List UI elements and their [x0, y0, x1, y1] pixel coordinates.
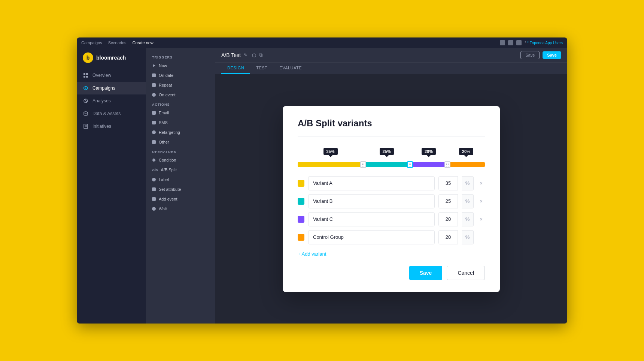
sidebar-item-initiatives[interactable]: Initiatives	[77, 120, 146, 133]
copy-icon[interactable]: ⧉	[259, 52, 262, 58]
data-assets-icon	[83, 111, 89, 117]
email-icon	[152, 111, 156, 115]
sidebar: b bloomreach Overview	[77, 48, 146, 324]
initiatives-icon	[83, 123, 89, 129]
variant-a-percent-input[interactable]	[438, 176, 458, 190]
dialog-overlay: A/B Split variants 35%	[215, 74, 567, 324]
settings-icon[interactable]	[516, 40, 522, 45]
sidebar-item-analyses[interactable]: Analyses	[77, 94, 146, 107]
tab-test[interactable]: TEST	[250, 63, 273, 74]
variant-b-name-input[interactable]	[308, 194, 435, 208]
svg-point-6	[84, 112, 88, 113]
bell-icon[interactable]	[508, 40, 513, 45]
panel-item-sms[interactable]: SMS	[146, 118, 215, 127]
control-group-percent-label: %	[462, 230, 474, 244]
split-segment-b: 25%	[363, 162, 410, 167]
dialog-title: A/B Split variants	[298, 118, 485, 129]
svg-rect-3	[86, 76, 88, 78]
top-bar: Campaigns Scenarios Create new * * Expon…	[77, 37, 567, 48]
save-primary-button[interactable]: Save	[543, 51, 561, 59]
app-body: b bloomreach Overview	[77, 48, 567, 324]
triggers-title: TRIGGERS	[146, 52, 215, 61]
set-attribute-icon	[152, 187, 156, 191]
variant-c-color	[298, 216, 304, 223]
dialog-divider	[298, 136, 485, 136]
label-icon	[152, 178, 156, 181]
control-group-percent-input[interactable]	[438, 230, 458, 244]
variant-b-percent-input[interactable]	[438, 194, 458, 208]
svg-point-4	[85, 88, 86, 89]
event-icon	[152, 93, 156, 97]
panel-item-email[interactable]: Email	[146, 108, 215, 118]
repeat-icon	[152, 83, 156, 87]
split-segment-c: 20%	[410, 162, 447, 167]
split-handle-3[interactable]	[444, 161, 450, 168]
panel-item-on-event[interactable]: On event	[146, 90, 215, 100]
panel-item-now[interactable]: Now	[146, 61, 215, 70]
sidebar-item-campaigns[interactable]: Campaigns	[77, 82, 146, 94]
variant-b-percent-label: %	[462, 194, 474, 208]
variant-b-remove[interactable]: ×	[477, 198, 485, 205]
panel-item-set-attribute[interactable]: Set attribute	[146, 184, 215, 194]
variant-b-color	[298, 198, 304, 205]
variant-c-name-input[interactable]	[308, 212, 435, 226]
variant-a-name-input[interactable]	[308, 176, 435, 190]
panel-item-on-date[interactable]: On date	[146, 70, 215, 80]
panel-item-retargeting[interactable]: Retargeting	[146, 127, 215, 137]
logo-icon: b	[83, 52, 93, 63]
variant-a-color	[298, 180, 304, 187]
svg-rect-2	[83, 76, 85, 78]
dialog-cancel-button[interactable]: Cancel	[447, 266, 485, 280]
split-handle-2[interactable]	[407, 161, 413, 168]
panel-item-label[interactable]: Label	[146, 175, 215, 184]
tab-evaluate[interactable]: EVALUATE	[273, 63, 308, 74]
app-window: Campaigns Scenarios Create new * * Expon…	[77, 37, 567, 324]
variants-list: % × % ×	[298, 176, 485, 244]
sidebar-label-campaigns: Campaigns	[92, 85, 115, 91]
wait-icon	[152, 207, 156, 211]
svg-marker-10	[153, 64, 155, 67]
variant-c-remove[interactable]: ×	[477, 216, 485, 223]
variant-row-b: % ×	[298, 194, 485, 208]
panel-item-other[interactable]: Other	[146, 137, 215, 147]
panel-item-wait[interactable]: Wait	[146, 204, 215, 214]
sidebar-item-overview[interactable]: Overview	[77, 69, 146, 82]
save-outline-button[interactable]: Save	[520, 51, 540, 59]
panel-item-ab-split[interactable]: A/B A/B Split	[146, 165, 215, 175]
sidebar-item-data-assets[interactable]: Data & Assets	[77, 107, 146, 120]
variant-c-percent-input[interactable]	[438, 212, 458, 226]
panel-item-condition[interactable]: Condition	[146, 155, 215, 165]
nav-scenarios[interactable]: Scenarios	[108, 40, 127, 45]
sidebar-label-initiatives: Initiatives	[92, 124, 111, 129]
bookmark-icon[interactable]: ⬡	[252, 52, 256, 58]
variant-row-a: % ×	[298, 176, 485, 190]
dialog-save-button[interactable]: Save	[409, 266, 443, 280]
segment-d-label: 20%	[459, 148, 473, 155]
control-group-color	[298, 234, 304, 241]
panel-item-repeat[interactable]: Repeat	[146, 80, 215, 90]
sidebar-logo: b bloomreach	[77, 52, 146, 69]
sidebar-label-analyses: Analyses	[92, 98, 111, 103]
nav-campaigns[interactable]: Campaigns	[81, 40, 102, 45]
split-segment-a: 35%	[298, 162, 363, 167]
svg-rect-0	[83, 73, 85, 75]
grid-icon[interactable]	[500, 40, 505, 45]
canvas-area: A/B Split variants 35%	[215, 74, 567, 324]
nav-create-new[interactable]: Create new	[133, 40, 154, 45]
split-bar: 35%	[298, 162, 485, 167]
add-variant-link[interactable]: + Add variant	[298, 251, 326, 257]
tab-design[interactable]: DESIGN	[221, 63, 250, 74]
top-bar-right: * * Exponea App Users	[500, 40, 563, 45]
edit-icon[interactable]: ✎	[244, 52, 247, 58]
panel-item-add-event[interactable]: Add event	[146, 194, 215, 204]
header-bar: A/B Test ✎ ⬡ ⧉ Save Save	[215, 48, 567, 63]
variant-row-control: %	[298, 230, 485, 244]
overview-icon	[83, 72, 89, 78]
dialog-buttons: Save Cancel	[298, 266, 485, 280]
control-group-name-input[interactable]	[308, 230, 435, 244]
sms-icon	[152, 121, 156, 124]
split-handle-1[interactable]	[360, 161, 366, 168]
variant-a-remove[interactable]: ×	[477, 180, 485, 187]
segment-c-label: 20%	[422, 148, 436, 155]
calendar-icon	[152, 73, 156, 77]
